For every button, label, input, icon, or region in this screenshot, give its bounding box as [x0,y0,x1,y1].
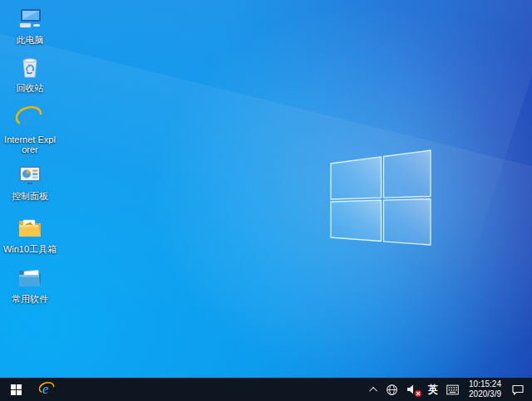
desktop-icon-label: 控制面板 [12,191,48,201]
control-panel-icon [16,161,44,189]
desktop-icon-this-pc[interactable]: 此电脑 [2,5,58,45]
internet-explorer-icon: e [39,381,56,398]
touch-keyboard-button[interactable] [442,378,463,401]
volume-button[interactable] [402,378,424,401]
action-center-icon [511,384,525,396]
desktop-icon-label: Internet Explorer [2,134,57,154]
windows-start-icon [11,384,22,395]
system-tray: 英 10:15:24 2020/3/9 [367,378,532,401]
light-beam [0,27,532,378]
globe-network-icon [386,384,398,396]
windows-logo [326,146,436,249]
windows-desktop: 此电脑 [0,0,532,401]
folder-orange-icon [16,214,44,242]
hidden-icons-button[interactable] [367,378,382,401]
internet-explorer-icon: e [16,105,44,133]
desktop-icon-recycle-bin[interactable]: 回收站 [2,53,58,93]
light-beam [0,0,532,288]
taskbar-empty-area[interactable] [63,378,367,401]
desktop-icon-label: 回收站 [17,83,44,93]
speaker-muted-icon [406,384,420,395]
network-button[interactable] [382,378,402,401]
recycle-bin-icon [16,53,44,81]
clock-date: 2020/3/9 [469,389,501,399]
folder-blue-icon [16,264,44,292]
start-button[interactable] [0,378,32,401]
taskbar-clock[interactable]: 10:15:24 2020/3/9 [463,378,507,401]
mute-badge [415,390,421,397]
action-center-button[interactable] [507,378,529,401]
taskbar-internet-explorer-button[interactable]: e [32,378,63,401]
ime-language-label: 英 [428,383,438,397]
desktop-icon-label: 此电脑 [17,35,44,45]
desktop-icon-common-software[interactable]: 常用软件 [2,264,58,304]
chevron-up-icon [369,386,377,394]
desktop-icon-control-panel[interactable]: 控制面板 [2,161,58,201]
desktop-wallpaper[interactable]: 此电脑 [0,0,532,378]
desktop-icon-label: Win10工具箱 [3,244,57,254]
desktop-icon-label: 常用软件 [12,294,48,304]
desktop-icon-win10-toolbox[interactable]: Win10工具箱 [2,214,58,254]
this-pc-icon [16,5,44,33]
desktop-icon-internet-explorer[interactable]: e Internet Explorer [2,105,58,154]
taskbar: e [0,378,532,401]
clock-time: 10:15:24 [469,379,501,389]
touch-keyboard-icon [446,384,459,395]
ime-language-button[interactable]: 英 [424,378,442,401]
